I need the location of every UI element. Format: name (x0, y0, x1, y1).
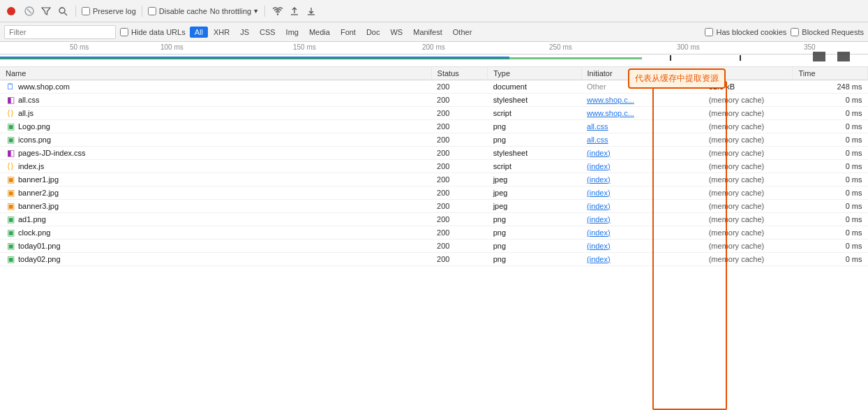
filter-doc-btn[interactable]: Doc (361, 27, 385, 38)
table-row[interactable]: ◧pages-JD-index.css200stylesheet(index)(… (0, 147, 868, 160)
search-button[interactable] (56, 4, 70, 18)
file-name: banner2.jpg (18, 189, 59, 197)
initiator-link[interactable]: all.css (587, 136, 608, 144)
cell-initiator[interactable]: (index) (581, 186, 703, 200)
cell-initiator[interactable]: www.shop.c... (581, 107, 703, 120)
initiator-link[interactable]: (index) (587, 189, 611, 197)
wifi-button[interactable] (271, 4, 285, 18)
filter-input[interactable] (4, 25, 116, 39)
header-time[interactable]: Time (793, 67, 868, 80)
table-row[interactable]: ▣Logo.png200pngall.css(memory cache)0 ms (0, 120, 868, 133)
filter-other-btn[interactable]: Other (448, 27, 477, 38)
header-name[interactable]: Name (0, 67, 431, 80)
initiator-link[interactable]: (index) (587, 149, 611, 157)
filter-button[interactable] (39, 4, 53, 18)
initiator-link[interactable]: (index) (587, 175, 611, 184)
cell-time: 0 ms (793, 253, 868, 266)
table-row[interactable]: ▣banner3.jpg200jpeg(index)(memory cache)… (0, 200, 868, 213)
filter-ws-btn[interactable]: WS (385, 27, 407, 38)
file-type-icon: ▣ (6, 175, 15, 184)
table-row[interactable]: ⟨⟩all.js200scriptwww.shop.c...(memory ca… (0, 107, 868, 120)
header-type[interactable]: Type (488, 67, 581, 80)
download-button[interactable] (304, 4, 318, 18)
initiator-link[interactable]: www.shop.c... (587, 96, 634, 104)
timeline-marker-250ms: 250 ms (549, 43, 572, 51)
preserve-log-input[interactable] (82, 7, 90, 15)
cell-initiator[interactable]: (index) (581, 240, 703, 253)
cell-initiator[interactable]: all.css (581, 120, 703, 133)
initiator-link[interactable]: all.css (587, 122, 608, 131)
initiator-link[interactable]: (index) (587, 228, 611, 237)
table-row[interactable]: ◧all.css200stylesheetwww.shop.c...(memor… (0, 94, 868, 107)
table-row[interactable]: ⟨⟩index.js200script(index)(memory cache)… (0, 160, 868, 173)
has-blocked-cookies-input[interactable] (705, 28, 713, 36)
memory-cache-value: (memory cache) (709, 175, 764, 184)
filter-all-btn[interactable]: All (190, 27, 208, 38)
cell-time: 0 ms (793, 173, 868, 186)
table-row[interactable]: ▣today02.png200png(index)(memory cache)0… (0, 253, 868, 266)
cell-initiator[interactable]: www.shop.c... (581, 94, 703, 107)
cell-name: ▣icons.png (0, 133, 431, 147)
file-name: icons.png (18, 136, 51, 144)
initiator-link[interactable]: (index) (587, 162, 611, 170)
cell-initiator[interactable]: (index) (581, 226, 703, 240)
cell-size: (memory cache) (703, 213, 793, 226)
preserve-log-checkbox[interactable]: Preserve log (82, 7, 136, 15)
filter-xhr-btn[interactable]: XHR (209, 27, 234, 38)
hide-data-urls-checkbox[interactable]: Hide data URLs (120, 28, 186, 36)
table-row[interactable]: 🗒www.shop.com200documentOther31.0 kB248 … (0, 80, 868, 94)
blocked-requests-checkbox[interactable]: Blocked Requests (791, 28, 864, 36)
table-row[interactable]: ▣banner2.jpg200jpeg(index)(memory cache)… (0, 186, 868, 200)
table-header-row: Name Status Type Initiator Size Time (0, 67, 868, 80)
has-blocked-cookies-checkbox[interactable]: Has blocked cookies (705, 28, 786, 36)
timeline-mark-3 (813, 52, 825, 61)
clear-icon (24, 6, 34, 16)
filter-media-btn[interactable]: Media (304, 27, 335, 38)
timeline-green-bar (0, 57, 642, 59)
cell-initiator[interactable]: (index) (581, 253, 703, 266)
record-stop-button[interactable] (4, 4, 18, 18)
cell-initiator[interactable]: (index) (581, 200, 703, 213)
cell-status: 200 (431, 173, 488, 186)
table-row[interactable]: ▣clock.png200png(index)(memory cache)0 m… (0, 226, 868, 240)
filter-font-btn[interactable]: Font (336, 27, 361, 38)
cell-time: 0 ms (793, 133, 868, 147)
filter-css-btn[interactable]: CSS (255, 27, 280, 38)
cell-type: png (488, 213, 581, 226)
cell-time: 0 ms (793, 147, 868, 160)
table-row[interactable]: ▣icons.png200pngall.css(memory cache)0 m… (0, 133, 868, 147)
filter-manifest-btn[interactable]: Manifest (408, 27, 447, 38)
hide-data-urls-input[interactable] (120, 28, 128, 36)
disable-cache-checkbox[interactable]: Disable cache (148, 7, 207, 15)
filter-types: All XHR JS CSS Img Media Font Doc WS Man… (190, 27, 477, 38)
disable-cache-input[interactable] (148, 7, 156, 15)
header-status[interactable]: Status (431, 67, 488, 80)
file-name: Logo.png (18, 122, 50, 131)
table-row[interactable]: ▣today01.png200png(index)(memory cache)0… (0, 240, 868, 253)
file-type-icon: ▣ (6, 241, 15, 251)
cell-initiator[interactable]: (index) (581, 173, 703, 186)
file-type-icon: ▣ (6, 254, 15, 264)
clear-button[interactable] (22, 4, 36, 18)
throttle-dropdown[interactable]: No throttling ▼ (210, 7, 259, 15)
initiator-link[interactable]: (index) (587, 202, 611, 210)
cell-initiator[interactable]: (index) (581, 213, 703, 226)
table-row[interactable]: ▣banner1.jpg200jpeg(index)(memory cache)… (0, 173, 868, 186)
table-row[interactable]: ▣ad1.png200png(index)(memory cache)0 ms (0, 213, 868, 226)
initiator-link[interactable]: (index) (587, 242, 611, 250)
initiator-link[interactable]: (index) (587, 255, 611, 263)
cell-type: script (488, 160, 581, 173)
cell-time: 0 ms (793, 213, 868, 226)
initiator-link[interactable]: (index) (587, 215, 611, 224)
filter-img-btn[interactable]: Img (281, 27, 304, 38)
cell-initiator[interactable]: all.css (581, 133, 703, 147)
cell-initiator[interactable]: (index) (581, 147, 703, 160)
cell-name: ▣ad1.png (0, 213, 431, 226)
initiator-link[interactable]: www.shop.c... (587, 109, 634, 117)
file-name: all.css (18, 96, 40, 104)
cell-initiator[interactable]: (index) (581, 160, 703, 173)
upload-button[interactable] (287, 4, 301, 18)
filter-js-btn[interactable]: JS (235, 27, 254, 38)
blocked-requests-input[interactable] (791, 28, 799, 36)
cell-time: 0 ms (793, 186, 868, 200)
